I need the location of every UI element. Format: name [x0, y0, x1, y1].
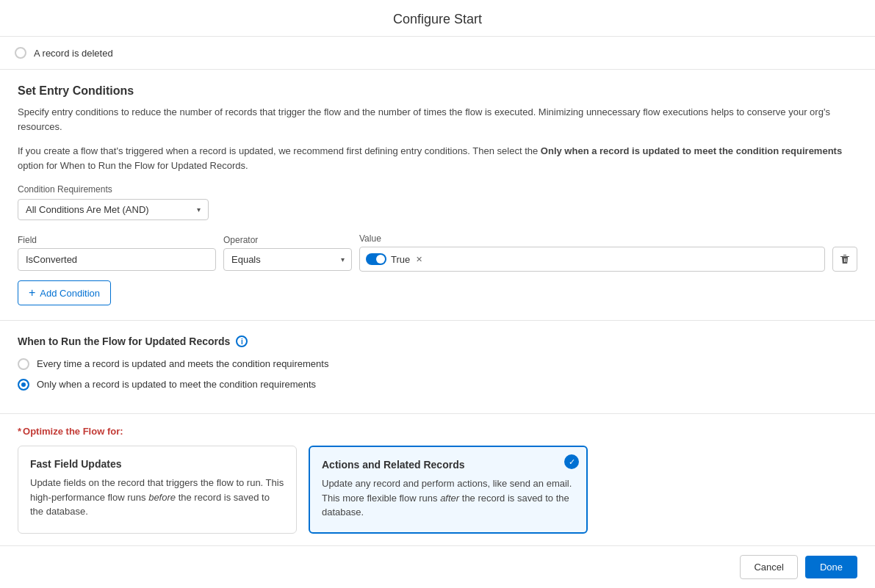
optimize-section: *Optimize the Flow for: Fast Field Updat…	[0, 414, 875, 545]
when-run-title-text: When to Run the Flow for Updated Records	[18, 335, 230, 347]
radio-option-2[interactable]: Only when a record is updated to meet th…	[18, 378, 857, 391]
radio-only-when[interactable]	[18, 379, 29, 391]
delete-condition-button[interactable]	[832, 247, 857, 272]
done-label: Done	[820, 562, 843, 573]
actions-related-records-card[interactable]: ✓ Actions and Related Records Update any…	[309, 446, 588, 534]
value-field[interactable]: True ✕	[359, 247, 825, 272]
chevron-down-icon: ▾	[197, 206, 201, 214]
operator-label: Operator	[223, 235, 352, 245]
field-column: Field	[18, 235, 216, 271]
header-title-text: Configure Start	[393, 12, 482, 26]
when-run-title-row: When to Run the Flow for Updated Records…	[18, 335, 857, 347]
operator-wrapper: Equals	[223, 248, 352, 271]
condition-requirements-dropdown[interactable]: All Conditions Are Met (AND) ▾	[18, 199, 209, 220]
plus-icon: +	[29, 287, 35, 299]
fast-field-updates-title: Fast Field Updates	[30, 458, 284, 470]
cancel-button[interactable]: Cancel	[740, 555, 797, 579]
toggle-icon	[366, 253, 386, 265]
field-input[interactable]	[18, 248, 216, 271]
footer: Cancel Done	[0, 545, 875, 588]
value-token: True ✕	[366, 253, 422, 265]
card2-desc-italic: after	[440, 493, 459, 504]
info-after-text: option for When to Run the Flow for Upda…	[18, 160, 248, 171]
operator-column: Operator Equals	[223, 235, 352, 271]
section-title: Set Entry Conditions	[18, 84, 857, 98]
info-before: If you create a flow that's triggered wh…	[18, 145, 538, 156]
set-entry-conditions-section: Set Entry Conditions Specify entry condi…	[0, 70, 875, 320]
value-token-text: True	[391, 254, 410, 265]
value-label: Value	[359, 233, 825, 244]
done-button[interactable]: Done	[805, 556, 857, 578]
radio-every-time[interactable]	[18, 358, 29, 370]
info-icon[interactable]: i	[236, 335, 248, 347]
record-deleted-row: A record is deleted	[0, 37, 875, 70]
value-column: Value True ✕	[359, 233, 825, 272]
record-deleted-label: A record is deleted	[34, 48, 113, 59]
add-condition-label: Add Condition	[40, 288, 100, 299]
add-condition-button[interactable]: + Add Condition	[18, 280, 111, 305]
trash-icon	[839, 253, 851, 265]
section-desc: Specify entry conditions to reduce the n…	[18, 105, 857, 134]
optimize-asterisk: *	[18, 426, 21, 437]
when-to-run-section: When to Run the Flow for Updated Records…	[0, 321, 875, 413]
fast-field-updates-desc: Update fields on the record that trigger…	[30, 476, 284, 519]
page-wrapper: Configure Start A record is deleted Set …	[0, 0, 875, 588]
conditions-area: Field Operator Equals V	[18, 233, 857, 272]
field-label: Field	[18, 235, 216, 245]
record-deleted-radio[interactable]	[15, 47, 26, 59]
cancel-label: Cancel	[754, 562, 783, 573]
condition-requirements-value: All Conditions Are Met (AND)	[26, 204, 191, 215]
radio-only-when-label: Only when a record is updated to meet th…	[37, 378, 316, 391]
info-paragraph: If you create a flow that's triggered wh…	[18, 144, 857, 173]
actions-related-title: Actions and Related Records	[322, 459, 575, 471]
info-bold: Only when a record is updated to meet th…	[541, 145, 842, 156]
optimize-label-text: Optimize the Flow for:	[23, 426, 123, 437]
value-close-icon[interactable]: ✕	[416, 255, 422, 264]
actions-related-desc: Update any record and perform actions, l…	[322, 476, 575, 520]
card-selected-check: ✓	[564, 454, 579, 469]
radio-option-1[interactable]: Every time a record is updated and meets…	[18, 357, 857, 371]
fast-field-updates-card[interactable]: Fast Field Updates Update fields on the …	[18, 446, 297, 534]
condition-requirements-label: Condition Requirements	[18, 184, 857, 195]
card1-desc-italic: before	[148, 492, 176, 503]
cards-row: Fast Field Updates Update fields on the …	[18, 446, 857, 534]
radio-every-time-label: Every time a record is updated and meets…	[37, 357, 328, 371]
content-area[interactable]: A record is deleted Set Entry Conditions…	[0, 37, 875, 545]
condition-row: Field Operator Equals V	[18, 233, 857, 272]
optimize-label: *Optimize the Flow for:	[18, 426, 857, 437]
operator-select[interactable]: Equals	[223, 248, 352, 271]
page-title: Configure Start	[0, 0, 875, 37]
